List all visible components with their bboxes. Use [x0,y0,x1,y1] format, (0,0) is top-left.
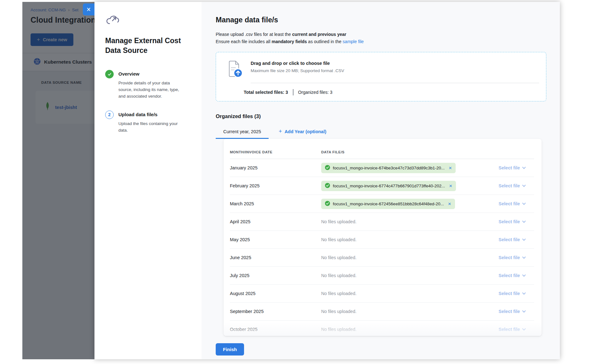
no-files-text: No files uploaded. [321,273,356,278]
select-file-button[interactable]: Select file [498,219,534,224]
month-label: March 2025 [230,201,321,206]
select-file-button[interactable]: Select file [498,255,534,260]
manage-data-files-title: Manage data file/s [216,16,546,24]
wizard-steps: Overview Provide details of your data so… [105,70,191,134]
file-chip-label: focusv1_mongo-invoice-672456ee851bbb28c6… [333,202,444,206]
select-file-label: Select file [498,237,520,242]
month-label: June 2025 [230,255,321,260]
dropzone-subtitle: Maximum file size 20 MB; Supported forma… [251,68,344,73]
table-row: March 2025 focusv1_mongo-invoice-672456e… [230,195,534,213]
manage-data-files-panel: Manage data file/s Please upload .csv fi… [202,2,560,359]
chevron-down-icon [522,309,526,313]
month-label: October 2025 [230,327,321,332]
chevron-down-icon [522,184,526,187]
chevron-down-icon [522,255,526,259]
step-upload-data-files[interactable]: 2 Upload data file/s Upload the files co… [105,111,191,134]
select-file-label: Select file [498,273,520,278]
add-year-label: Add Year (optional) [285,129,327,134]
select-file-button[interactable]: Select file [498,237,534,242]
chevron-down-icon [522,291,526,295]
dropzone-divider [251,83,539,83]
chevron-down-icon [522,202,526,205]
select-file-label: Select file [498,165,520,170]
chevron-down-icon [522,219,526,223]
file-dropzone[interactable]: Drag and drop or click to choose file Ma… [216,52,546,101]
upload-file-icon [226,60,243,78]
file-totals: Total selected files: 3 Organized files:… [244,89,539,95]
select-file-label: Select file [498,309,520,314]
files-cell: No files uploaded. Select file [321,309,534,314]
select-file-button[interactable]: Select file [498,291,534,296]
file-chip: focusv1_mongo-invoice-672456ee851bbb28c6… [321,199,455,209]
file-uploaded-check-icon [325,165,330,171]
table-row: January 2025 focusv1_mongo-invoice-674be… [230,159,534,177]
select-file-button[interactable]: Select file [498,273,534,278]
tab-current-year[interactable]: Current year, 2025 [216,125,269,139]
month-label: August 2025 [230,291,321,296]
file-chip: focusv1_mongo-invoice-674be3ce47c73d37dd… [321,163,456,173]
select-file-button[interactable]: Select file [498,165,534,170]
total-selected-files: Total selected files: 3 [244,90,288,95]
month-label: July 2025 [230,273,321,278]
no-files-text: No files uploaded. [321,237,356,242]
select-file-button[interactable]: Select file [498,183,534,188]
organized-files-card: MONTH/INVOICE DATE DATA FILE/S January 2… [224,139,542,336]
close-icon: × [87,6,91,13]
cloud-export-icon [105,21,119,27]
select-file-label: Select file [498,291,520,296]
select-file-label: Select file [498,219,520,224]
table-header-row: MONTH/INVOICE DATE DATA FILE/S [230,145,534,159]
step-overview-label: Overview [118,70,184,77]
sample-file-link[interactable]: sample file [343,39,364,44]
files-cell: No files uploaded. Select file [321,273,534,278]
month-label: February 2025 [230,183,321,188]
remove-file-icon[interactable]: × [448,201,451,207]
plus-icon: + [279,128,282,135]
month-label: April 2025 [230,219,321,224]
remove-file-icon[interactable]: × [449,165,452,171]
files-cell: focusv1_mongo-invoice-672456ee851bbb28c6… [321,199,534,209]
column-header-files: DATA FILE/S [321,150,344,154]
month-label: May 2025 [230,237,321,242]
finish-button[interactable]: Finish [216,343,244,355]
upload-instructions: Please upload .csv files for at least th… [216,31,546,45]
chevron-down-icon [522,166,526,169]
step-overview[interactable]: Overview Provide details of your data so… [105,70,191,100]
files-cell: No files uploaded. Select file [321,237,534,242]
table-row: October 2025 No files uploaded. Select f… [230,321,534,336]
add-year-button[interactable]: + Add Year (optional) [279,125,326,139]
file-chip-label: focusv1_mongo-invoice-6774c477b667901d77… [333,184,445,188]
files-cell: focusv1_mongo-invoice-674be3ce47c73d37dd… [321,163,534,173]
column-header-month: MONTH/INVOICE DATE [230,150,321,154]
files-cell: No files uploaded. Select file [321,291,534,296]
year-tabs: Current year, 2025 + Add Year (optional) [216,125,546,139]
file-chip-label: focusv1_mongo-invoice-674be3ce47c73d37dd… [333,166,445,170]
close-button[interactable]: × [83,3,94,15]
wizard-title: Manage External Cost Data Source [105,36,185,55]
select-file-button[interactable]: Select file [498,309,534,314]
month-label: September 2025 [230,309,321,314]
drawer-footer: Finish [216,343,244,355]
select-file-label: Select file [498,255,520,260]
file-uploaded-check-icon [325,183,330,189]
select-file-label: Select file [498,327,520,332]
step-number-badge: 2 [105,111,114,119]
table-row: July 2025 No files uploaded. Select file [230,267,534,285]
totals-separator [293,89,293,95]
select-file-button[interactable]: Select file [498,201,534,206]
table-row: February 2025 focusv1_mongo-invoice-6774… [230,177,534,195]
no-files-text: No files uploaded. [321,291,356,296]
file-chip: focusv1_mongo-invoice-6774c477b667901d77… [321,181,456,191]
instruction-line-1: Please upload .csv files for at least th… [216,31,546,38]
instruction-line-2: Ensure each file includes all mandatory … [216,38,546,45]
select-file-label: Select file [498,201,520,206]
select-file-button[interactable]: Select file [498,327,534,332]
no-files-text: No files uploaded. [321,219,356,224]
organized-files-heading: Organized files (3) [216,113,546,119]
months-table: MONTH/INVOICE DATE DATA FILE/S January 2… [224,139,542,336]
table-row: May 2025 No files uploaded. Select file [230,231,534,249]
remove-file-icon[interactable]: × [449,183,452,189]
organized-files-count: Organized files: 3 [298,90,333,95]
month-rows: January 2025 focusv1_mongo-invoice-674be… [230,159,534,336]
step-overview-description: Provide details of your data source, inc… [118,80,184,100]
